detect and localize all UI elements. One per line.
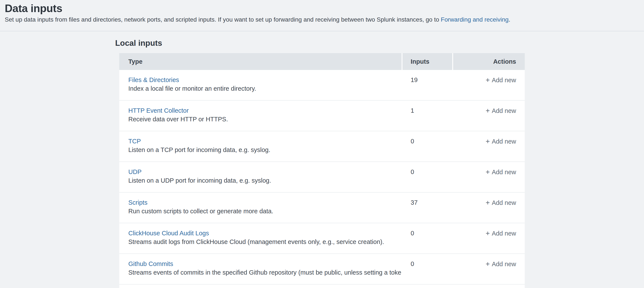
input-type-description: Run custom scripts to collect or generat… (128, 207, 393, 215)
add-new-label: Add new (492, 260, 516, 267)
table-partial-next-row (119, 284, 525, 288)
table-row: TCP Listen on a TCP port for incoming da… (119, 131, 525, 162)
plus-icon: + (486, 76, 490, 84)
plus-icon: + (486, 229, 490, 237)
input-type-description: Listen on a TCP port for incoming data, … (128, 146, 393, 154)
input-type-link[interactable]: UDP (128, 167, 142, 176)
add-new-link[interactable]: +Add new (486, 229, 516, 238)
table-row: HTTP Event Collector Receive data over H… (119, 101, 525, 131)
input-type-description: Streams audit logs from ClickHouse Cloud… (128, 238, 393, 246)
plus-icon: + (486, 137, 490, 145)
inputs-count: 19 (402, 70, 452, 100)
type-cell: ClickHouse Cloud Audit Logs Streams audi… (119, 223, 402, 253)
type-cell: HTTP Event Collector Receive data over H… (119, 101, 402, 131)
type-cell: Files & Directories Index a local file o… (119, 70, 402, 100)
actions-cell: +Add new (452, 131, 525, 161)
page-title: Data inputs (5, 2, 635, 15)
inputs-count: 1 (402, 101, 452, 131)
add-new-link[interactable]: +Add new (486, 137, 516, 146)
add-new-label: Add new (492, 138, 516, 145)
page-subtitle: Set up data inputs from files and direct… (5, 16, 635, 24)
input-type-link[interactable]: Scripts (128, 198, 148, 207)
input-type-description: Index a local file or monitor an entire … (128, 84, 393, 93)
input-type-link[interactable]: HTTP Event Collector (128, 106, 189, 115)
inputs-count: 0 (402, 162, 452, 192)
actions-cell: +Add new (452, 254, 525, 284)
add-new-label: Add new (492, 77, 516, 84)
page-subtitle-period: . (508, 16, 510, 23)
add-new-label: Add new (492, 107, 516, 114)
column-header-type: Type (119, 53, 402, 70)
type-cell: TCP Listen on a TCP port for incoming da… (119, 131, 402, 161)
table-header-row: Type Inputs Actions (119, 53, 525, 70)
page-header-banner: Data inputs Set up data inputs from file… (0, 0, 644, 31)
table-row: Scripts Run custom scripts to collect or… (119, 193, 525, 223)
page-subtitle-text: Set up data inputs from files and direct… (5, 16, 441, 23)
input-type-description: Streams events of commits in the specifi… (128, 268, 393, 276)
add-new-link[interactable]: +Add new (486, 259, 516, 268)
input-type-link[interactable]: ClickHouse Cloud Audit Logs (128, 229, 209, 238)
add-new-link[interactable]: +Add new (486, 75, 516, 85)
plus-icon: + (486, 260, 490, 268)
forwarding-and-receiving-link[interactable]: Forwarding and receiving (441, 16, 508, 23)
inputs-count: 0 (402, 223, 452, 253)
add-new-link[interactable]: +Add new (486, 167, 516, 177)
table-row: ClickHouse Cloud Audit Logs Streams audi… (119, 223, 525, 254)
actions-cell: +Add new (452, 223, 525, 253)
actions-cell: +Add new (452, 101, 525, 131)
type-cell: Scripts Run custom scripts to collect or… (119, 193, 402, 223)
add-new-label: Add new (492, 230, 516, 237)
local-inputs-table: Type Inputs Actions Files & Directories … (119, 53, 525, 288)
inputs-count: 37 (402, 193, 452, 223)
input-type-link[interactable]: TCP (128, 137, 141, 146)
column-header-inputs: Inputs (402, 53, 452, 70)
input-type-description: Receive data over HTTP or HTTPS. (128, 115, 393, 123)
actions-cell: +Add new (452, 193, 525, 223)
actions-cell: +Add new (452, 162, 525, 192)
input-type-description: Listen on a UDP port for incoming data, … (128, 176, 393, 185)
type-cell: UDP Listen on a UDP port for incoming da… (119, 162, 402, 192)
input-type-link[interactable]: Github Commits (128, 259, 173, 268)
input-type-link[interactable]: Files & Directories (128, 75, 179, 84)
table-row: Github Commits Streams events of commits… (119, 254, 525, 284)
add-new-link[interactable]: +Add new (486, 198, 516, 207)
type-cell: Github Commits Streams events of commits… (119, 254, 402, 284)
plus-icon: + (486, 168, 490, 176)
column-header-actions: Actions (452, 53, 525, 70)
inputs-count: 0 (402, 131, 452, 161)
add-new-link[interactable]: +Add new (486, 106, 516, 115)
table-body: Files & Directories Index a local file o… (119, 70, 525, 284)
table-row: UDP Listen on a UDP port for incoming da… (119, 162, 525, 193)
add-new-label: Add new (492, 199, 516, 206)
plus-icon: + (486, 107, 490, 115)
inputs-count: 0 (402, 254, 452, 284)
section-title: Local inputs (115, 38, 644, 48)
actions-cell: +Add new (452, 70, 525, 100)
add-new-label: Add new (492, 169, 516, 175)
table-row: Files & Directories Index a local file o… (119, 70, 525, 101)
plus-icon: + (486, 199, 490, 207)
